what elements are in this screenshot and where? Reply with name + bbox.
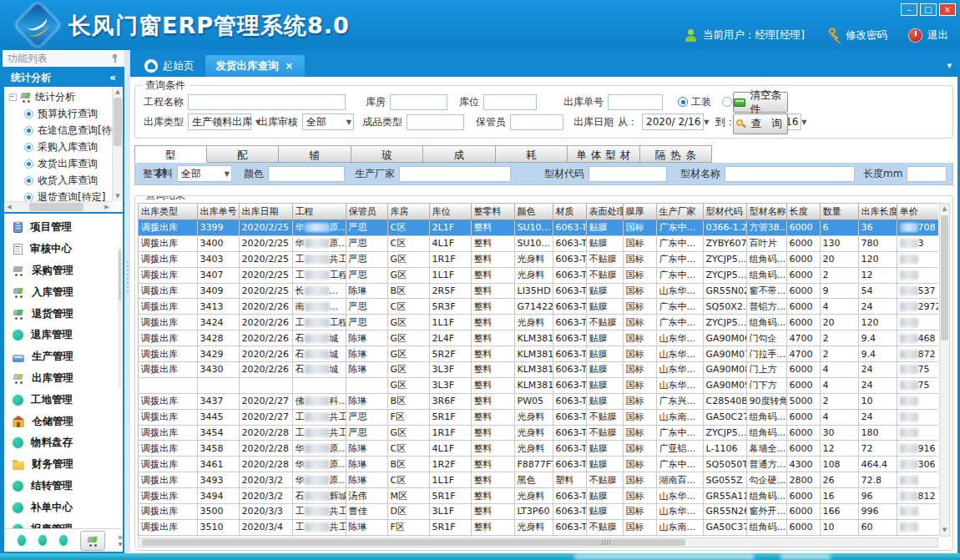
scroll-left-icon[interactable]: ◀ [4,202,14,212]
column-header[interactable]: 单价 [897,204,938,220]
sidebar-module-5[interactable]: 退库管理 [4,325,123,346]
column-header[interactable]: 出库类型 [139,204,197,220]
column-header[interactable]: 整零料 [471,204,514,220]
change-password-link[interactable]: 修改密码 [846,28,887,43]
scroll-down-icon[interactable]: ▼ [113,191,123,201]
toolbar-dot-icon[interactable] [18,535,26,546]
warehouse-input[interactable] [390,94,447,110]
table-row[interactable]: 调拨出库34072020/2/25工工程严思G区1L1F整料光身料6063-T5… [139,267,938,283]
tab-shipping-query[interactable]: 发货出库查询 × [205,55,305,77]
sidebar-module-9[interactable]: 仓储管理 [4,411,123,432]
table-row[interactable]: 调拨出库35102020/3/4工共工程陈琳F区5R1F整料光身料6063-T5… [139,519,938,535]
tree-vscroll-thumb[interactable] [114,98,122,146]
product-type-input[interactable] [407,114,464,130]
table-row[interactable]: 调拨出库34282020/2/26石城陈琳G区2L4F整料KLM38176063… [139,330,938,346]
location-input[interactable] [483,94,537,110]
sidebar-module-6[interactable]: 生产管理 [4,346,123,368]
section-header-stats[interactable]: 统计分析 « [4,68,123,87]
sidebar-module-11[interactable]: 财务管理 [4,454,123,476]
column-header[interactable]: 出库单号 [197,204,239,220]
table-row[interactable]: 调拨出库34132020/2/26南...严思C区5R3F整料G71422606… [139,299,938,315]
tree-hscroll-thumb[interactable] [29,203,83,211]
sidebar-module-7[interactable]: 出库管理 [4,368,123,390]
tree-item-0[interactable]: 预算执行查询 [6,105,112,122]
column-header[interactable]: 工程 [292,204,346,220]
sidebar-module-14[interactable]: 报废管理 [4,518,123,528]
project-name-input[interactable] [188,94,346,110]
tree-vscrollbar[interactable]: ▲ ▼ [112,87,123,201]
date-from-picker[interactable]: 2020/ 2/16▼ [642,114,704,130]
clear-conditions-button[interactable]: 清空条件 [733,92,788,113]
scroll-down-icon[interactable]: ▼ [940,525,949,536]
search-button[interactable]: 查 询 [733,114,788,134]
toolbar-cart-button[interactable] [80,531,105,551]
sidebar-module-1[interactable]: 审核中心 [4,239,123,260]
radio-home-install[interactable] [722,97,732,107]
sidebar-module-4[interactable]: 退货管理 [4,303,123,325]
column-header[interactable]: 材质 [553,204,586,220]
sidebar-module-3[interactable]: 入库管理 [4,281,123,303]
column-header[interactable]: 出库长度 [858,204,897,220]
table-row[interactable]: G区3L3F整料KLM38176063-T5贴膜国标山东华...GA90M09.… [139,377,938,393]
sidebar-module-10[interactable]: 物料盘存 [4,432,123,454]
column-header[interactable]: 保管员 [346,204,387,220]
table-row[interactable]: 调拨出库34032020/2/25工共工程严思G区1R1F整料光身料6063-T… [139,251,938,267]
sidebar-module-2[interactable]: 采购管理 [4,260,123,282]
table-row[interactable]: 调拨出库34002020/2/25华原...严思C区4L1F整料SU10...6… [139,235,938,251]
pin-icon[interactable] [112,54,119,63]
table-row[interactable]: 调拨出库35002020/3/3工共工程曹佳D区3L1F整料LT3P606063… [139,504,938,520]
table-row[interactable]: 调拨出库34942020/3/2石辉城汤伟M区5R1F整料光身料6063-T5贴… [139,488,938,504]
tab-home[interactable]: 起始页 [134,55,205,77]
table-row[interactable]: 调拨出库35122020/3/4工共工程陈琳F区1L2F整料光身料6063-T5… [139,535,938,537]
profile-name-input[interactable] [725,166,855,182]
table-row[interactable]: 调拨出库34092020/2/25长...陈琳B区2R5F整料LI35HD606… [139,283,938,299]
tree-hscrollbar[interactable]: ◀ ▶ [4,201,112,212]
length-input[interactable] [907,166,947,182]
tab-overflow-caret-icon[interactable]: ▾ [947,60,952,71]
order-no-input[interactable] [608,94,663,110]
toolbar-dot-icon[interactable] [59,535,68,546]
out-type-select[interactable]: 生产领料出库▼ [188,114,251,130]
audit-select[interactable]: 全部▼ [302,114,354,130]
tree-item-3[interactable]: 发货出库查询 [6,155,112,172]
column-header[interactable]: 生产厂家 [656,204,703,220]
column-header[interactable]: 出库日期 [239,204,292,220]
material-tab-6[interactable]: 单体型材 [568,145,640,163]
logout-link[interactable]: 退出 [927,28,948,43]
toolbar-overflow-chevron[interactable]: » ▼ [118,534,123,547]
scroll-up-icon[interactable]: ▲ [940,204,949,214]
table-row[interactable]: 调拨出库34612020/2/28华原...陈琳B区1R2F整料F8877FT6… [139,457,938,472]
grid-vscroll-thumb[interactable] [941,215,948,341]
column-header[interactable]: 型材代码 [703,204,746,220]
column-header[interactable]: 数量 [820,204,858,220]
table-row[interactable]: 调拨出库34542020/2/28工共工程严思G区1R1F整料光身料6063-T… [139,425,938,441]
tree-item-4[interactable]: 收货入库查询 [6,172,112,189]
scroll-right-icon[interactable]: ▶ [102,202,112,212]
table-row[interactable]: 调拨出库33992020/2/25华原...严思C区2L1F整料SU10...6… [139,220,938,236]
sidebar-module-0[interactable]: 项目管理 [4,217,123,239]
table-row[interactable]: 调拨出库34582020/2/28华原...陈琳C区4L1F整料光身料6063-… [139,441,938,457]
color-input[interactable] [268,166,345,182]
module-scrollbar[interactable] [118,247,122,389]
scroll-up-icon[interactable]: ▲ [113,87,123,97]
grid-vscrollbar[interactable]: ▲ ▼ [939,203,950,537]
column-header[interactable]: 库位 [429,204,471,220]
column-header[interactable]: 表面处理 [586,204,623,220]
table-row[interactable]: 调拨出库34452020/2/27工共工程严思F区5R1F整料光身料6063-T… [139,409,938,425]
column-header[interactable]: 颜色 [514,204,553,220]
sidebar-module-8[interactable]: 工地管理 [4,389,123,411]
profile-code-input[interactable] [589,166,667,182]
toolbar-dot-icon[interactable] [38,535,47,546]
table-row[interactable]: 调拨出库34302020/2/26石城陈琳G区3L3F整料KLM38176063… [139,362,938,378]
column-header[interactable]: 长度 [786,204,820,220]
table-row[interactable]: 调拨出库34372020/2/27佛科...陈琳B区3R6F整料PW056063… [139,393,938,409]
manufacturer-input[interactable] [399,166,511,182]
column-header[interactable]: 库房 [387,204,429,220]
minimize-button[interactable]: – [901,3,917,16]
tree-expander-icon[interactable] [9,93,17,101]
close-button[interactable]: × [939,3,956,16]
sidebar-splitter[interactable] [124,50,130,553]
column-header[interactable]: 型材名称 [746,204,786,220]
tree-item-1[interactable]: 在途信息查询[待 [6,122,112,139]
table-row[interactable]: 调拨出库34932020/3/2华原...陈琳C区1L1F整料黑色塑料不贴膜国标… [139,472,938,488]
